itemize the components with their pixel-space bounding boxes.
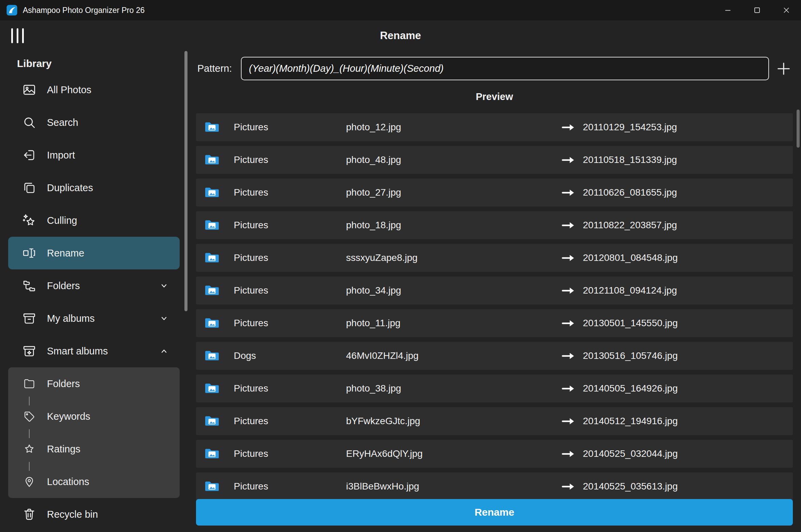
smart-album-item-keywords[interactable]: Keywords xyxy=(8,400,180,433)
row-folder-name: Pictures xyxy=(234,187,346,198)
sidebar-item-smart-albums[interactable]: Smart albums xyxy=(8,335,180,367)
row-folder-name: Pictures xyxy=(234,383,346,394)
rename-icon xyxy=(22,246,37,261)
title-bar: Ashampoo Photo Organizer Pro 26 xyxy=(0,0,801,20)
sidebar-item-search[interactable]: Search xyxy=(8,106,180,139)
menu-bar-icon xyxy=(22,28,24,43)
preview-row[interactable]: Pictures photo_48.jpg 20110518_151339.jp… xyxy=(196,146,793,174)
sidebar-item-my-albums[interactable]: My albums xyxy=(8,302,180,335)
minimize-icon xyxy=(723,6,732,15)
arrow-right-icon xyxy=(561,123,583,132)
photos-icon xyxy=(22,82,37,97)
row-new-name: 20121108_094124.jpg xyxy=(583,285,793,296)
smart-albums-icon xyxy=(22,344,37,359)
smart-album-item-label: Locations xyxy=(47,476,89,487)
tag-icon xyxy=(22,409,37,424)
smart-album-item-label: Keywords xyxy=(47,411,90,422)
sidebar-item-label: My albums xyxy=(47,313,95,324)
sidebar-item-label: Search xyxy=(47,117,78,128)
preview-row[interactable]: Pictures photo_11.jpg 20130501_145550.jp… xyxy=(196,309,793,337)
preview-row[interactable]: Pictures photo_38.jpg 20140505_164926.jp… xyxy=(196,375,793,402)
sidebar-item-culling[interactable]: Culling xyxy=(8,204,180,237)
menu-bar-icon xyxy=(11,28,13,43)
row-new-name: 20140512_194916.jpg xyxy=(583,416,793,427)
sidebar-item-label: All Photos xyxy=(47,84,92,96)
smart-album-item-locations[interactable]: Locations xyxy=(8,465,180,498)
sidebar-item-folders[interactable]: Folders xyxy=(8,269,180,302)
arrow-right-icon xyxy=(561,449,583,459)
minimize-button[interactable] xyxy=(713,0,742,20)
row-new-name: 20110518_151339.jpg xyxy=(583,154,793,165)
preview-row[interactable]: Pictures photo_34.jpg 20121108_094124.jp… xyxy=(196,277,793,304)
pattern-input[interactable] xyxy=(241,57,769,80)
preview-title: Preview xyxy=(196,90,793,103)
close-button[interactable] xyxy=(772,0,801,20)
rename-button[interactable]: Rename xyxy=(196,499,793,526)
folder-image-icon xyxy=(204,447,234,460)
row-original-name: photo_27.jpg xyxy=(346,187,561,198)
chevron-down-icon xyxy=(158,312,170,325)
culling-icon xyxy=(22,213,37,228)
sidebar-item-rename[interactable]: Rename xyxy=(8,237,180,269)
smart-album-item-label: Folders xyxy=(47,378,80,389)
preview-row[interactable]: Pictures bYFwkzeGJtc.jpg 20140512_194916… xyxy=(196,407,793,435)
row-original-name: photo_11.jpg xyxy=(346,318,561,329)
page-title: Rename xyxy=(0,30,801,42)
sidebar-item-label: Duplicates xyxy=(47,182,93,194)
preview-row[interactable]: Pictures ERyHAx6dQlY.jpg 20140525_032044… xyxy=(196,440,793,468)
folder-image-icon xyxy=(204,415,234,428)
preview-row[interactable]: Pictures photo_27.jpg 20110626_081655.jp… xyxy=(196,179,793,206)
row-folder-name: Pictures xyxy=(234,220,346,231)
sidebar-item-import[interactable]: Import xyxy=(8,139,180,171)
add-pattern-button[interactable] xyxy=(774,60,793,78)
arrow-right-icon xyxy=(561,417,583,426)
preview-row[interactable]: Pictures sssxyuZape8.jpg 20120801_084548… xyxy=(196,244,793,272)
chevron-down-icon xyxy=(158,280,170,292)
import-icon xyxy=(22,148,37,163)
library-section-title: Library xyxy=(0,54,188,73)
chevron-up-icon xyxy=(158,345,170,357)
sidebar-item-label: Import xyxy=(47,150,75,161)
close-icon xyxy=(782,6,791,15)
sidebar: Library All Photos xyxy=(0,51,188,532)
preview-row[interactable]: Pictures i3BlBeBwxHo.jpg 20140525_035613… xyxy=(196,472,793,500)
sidebar-item-recycle-bin[interactable]: Recycle bin xyxy=(8,498,180,531)
row-original-name: photo_12.jpg xyxy=(346,122,561,133)
rename-panel: Pattern: Preview xyxy=(188,51,801,532)
row-original-name: 46MvI0ZHZl4.jpg xyxy=(346,350,561,361)
pattern-row: Pattern: xyxy=(196,57,793,80)
folder-image-icon xyxy=(204,251,234,264)
smart-album-item-folders[interactable]: Folders xyxy=(8,367,180,400)
preview-row[interactable]: Pictures photo_12.jpg 20110129_154253.jp… xyxy=(196,113,793,141)
preview-row[interactable]: Dogs 46MvI0ZHZl4.jpg 20130516_105746.jpg xyxy=(196,342,793,370)
folder-image-icon xyxy=(204,480,234,493)
smart-album-item-ratings[interactable]: Ratings xyxy=(8,433,180,465)
app-window: Ashampoo Photo Organizer Pro 26 xyxy=(0,0,801,532)
maximize-icon xyxy=(753,6,762,15)
arrow-right-icon xyxy=(561,221,583,230)
trash-icon xyxy=(22,507,37,522)
sidebar-scrollbar-thumb[interactable] xyxy=(184,51,187,311)
albums-icon xyxy=(22,311,37,326)
sidebar-item-duplicates[interactable]: Duplicates xyxy=(8,171,180,204)
sidebar-toggle-button[interactable] xyxy=(11,28,24,43)
row-original-name: i3BlBeBwxHo.jpg xyxy=(346,481,561,492)
sidebar-item-all-photos[interactable]: All Photos xyxy=(8,73,180,106)
smart-albums-panel: Folders Keywords xyxy=(8,367,180,498)
row-original-name: bYFwkzeGJtc.jpg xyxy=(346,416,561,427)
arrow-right-icon xyxy=(561,188,583,197)
preview-row[interactable]: Pictures photo_18.jpg 20110822_203857.jp… xyxy=(196,211,793,239)
folder-image-icon xyxy=(204,121,234,134)
row-original-name: photo_18.jpg xyxy=(346,220,561,231)
folder-image-icon xyxy=(204,382,234,395)
row-original-name: sssxyuZape8.jpg xyxy=(346,252,561,263)
row-original-name: ERyHAx6dQlY.jpg xyxy=(346,448,561,459)
folder-image-icon xyxy=(204,284,234,297)
maximize-button[interactable] xyxy=(742,0,772,20)
menu-bar-icon xyxy=(17,28,18,43)
row-new-name: 20110129_154253.jpg xyxy=(583,122,793,133)
preview-scrollbar-thumb[interactable] xyxy=(797,110,800,148)
arrow-right-icon xyxy=(561,351,583,361)
row-folder-name: Pictures xyxy=(234,122,346,133)
row-new-name: 20140525_032044.jpg xyxy=(583,448,793,459)
